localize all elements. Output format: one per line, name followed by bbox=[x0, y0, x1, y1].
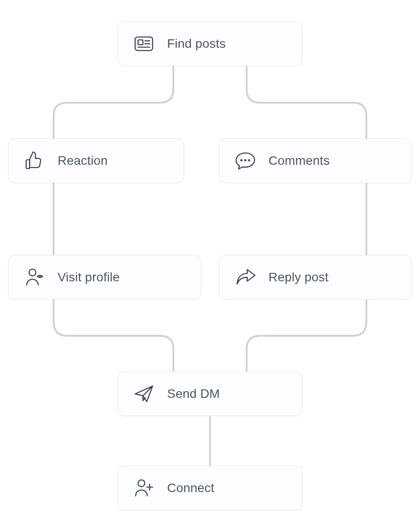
svg-point-7 bbox=[248, 159, 250, 161]
speech-bubble-icon bbox=[232, 147, 259, 174]
node-visit-profile[interactable]: Visit profile bbox=[8, 255, 201, 300]
person-plus-icon bbox=[130, 475, 157, 501]
node-comments[interactable]: Comments bbox=[219, 138, 412, 183]
paper-plane-icon bbox=[130, 380, 157, 407]
node-label: Reaction bbox=[58, 154, 108, 168]
flow-diagram: Find posts Reaction Comments bbox=[0, 0, 420, 522]
svg-point-11 bbox=[138, 480, 145, 487]
node-label: Find posts bbox=[167, 37, 226, 51]
node-label: Send DM bbox=[167, 387, 220, 401]
node-connect[interactable]: Connect bbox=[118, 466, 302, 510]
thumbs-up-icon bbox=[21, 147, 48, 174]
node-label: Comments bbox=[269, 154, 330, 168]
share-arrow-icon bbox=[232, 264, 259, 291]
edge-findposts-comments bbox=[247, 66, 366, 138]
node-reply-post[interactable]: Reply post bbox=[219, 255, 412, 300]
node-label: Connect bbox=[167, 481, 214, 495]
newspaper-icon bbox=[130, 30, 157, 57]
node-find-posts[interactable]: Find posts bbox=[118, 21, 302, 66]
svg-point-9 bbox=[39, 276, 41, 277]
node-send-dm[interactable]: Send DM bbox=[118, 372, 302, 416]
person-eye-icon bbox=[21, 264, 48, 291]
edge-visitprofile-senddm bbox=[54, 299, 173, 372]
node-label: Reply post bbox=[269, 270, 328, 284]
svg-point-6 bbox=[244, 159, 247, 161]
edge-replypost-senddm bbox=[247, 299, 366, 372]
svg-rect-1 bbox=[138, 40, 143, 45]
edge-findposts-reaction bbox=[54, 66, 173, 138]
svg-point-8 bbox=[29, 269, 36, 276]
node-reaction[interactable]: Reaction bbox=[8, 138, 184, 183]
svg-point-5 bbox=[240, 159, 243, 161]
node-label: Visit profile bbox=[58, 270, 120, 284]
